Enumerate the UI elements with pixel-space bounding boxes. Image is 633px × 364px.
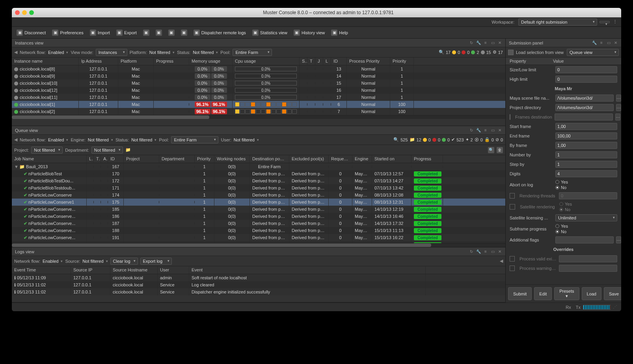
inst-col[interactable]: ID [331, 58, 347, 65]
proc-warn-check[interactable] [510, 266, 515, 271]
size-low-input[interactable] [555, 66, 617, 73]
abort-no-radio[interactable]: No [555, 185, 568, 190]
by-frame-input[interactable] [555, 142, 617, 149]
panel-close-icon[interactable]: ✕ [497, 41, 502, 45]
inst-h-scrollbar[interactable] [12, 115, 505, 119]
inst-col[interactable]: S [300, 58, 307, 65]
frames-dest-check[interactable] [510, 114, 510, 120]
folder-icon[interactable]: 📁 [125, 147, 131, 152]
table-row[interactable]: cicciobook.local[8]127.0.0.1Mac0.0%0.0%0… [12, 65, 505, 72]
workspace-select[interactable]: Default right submission [518, 19, 597, 26]
trash-icon[interactable]: 🗑 [497, 147, 503, 153]
toolbar-help[interactable]: ▣Help [329, 28, 350, 37]
toolbar-icon[interactable]: ▣ [153, 28, 164, 37]
inst-nf-value[interactable]: Enabled [48, 50, 64, 55]
table-row[interactable]: ✔ nParticleLowConserve...19110(0)Derived… [12, 234, 505, 241]
toolbar-icon[interactable]: ▣ [141, 28, 152, 37]
table-row[interactable]: ℹ 05/12/13 11:09127.0.0.1cicciobook.loca… [12, 274, 505, 281]
inst-st-value[interactable]: Not filtered [193, 50, 214, 55]
scene-file-input[interactable] [555, 95, 614, 102]
save-button[interactable]: Save [604, 287, 621, 300]
table-row[interactable]: cicciobook.local[11]127.0.0.1Mac0.0%0.0%… [12, 94, 505, 101]
toolbar-export[interactable]: ▣Export [114, 28, 139, 37]
inst-col[interactable]: Ip Address [79, 58, 118, 65]
submit-button[interactable]: Submit [508, 287, 532, 300]
table-row[interactable]: ✔ nParticleLowConserve17410(0)Derived fr… [12, 191, 505, 199]
table-row[interactable]: ✔ nParticleLowConserve...18710(0)Derived… [12, 220, 505, 227]
table-row[interactable]: ✔ nParticleBlobTest17010(0)Derived from … [12, 170, 505, 177]
workspace-caret[interactable] [599, 21, 610, 23]
table-row[interactable]: cicciobook.local[2]127.0.0.1Mac96.1%96.1… [12, 108, 505, 115]
panel-wrench-icon[interactable]: 🔧 [476, 41, 481, 45]
project-dir-input[interactable] [555, 104, 614, 111]
table-row[interactable]: ℹ 05/12/13 11:02127.0.0.1cicciobook.loca… [12, 281, 505, 288]
nav-prev-icon[interactable]: ◀ [14, 50, 17, 55]
inst-col[interactable]: Priority [390, 58, 414, 65]
toolbar-statistics-view[interactable]: ▣Statistics view [250, 28, 290, 37]
end-frame-input[interactable] [555, 132, 617, 139]
resize-grip-icon[interactable]: ⋰ [613, 305, 617, 310]
projdir-browse-button[interactable]: … [616, 104, 621, 111]
table-row[interactable]: ▼ 📁 Bauli_201316710(0)Entire Farm [12, 163, 505, 170]
table-row[interactable]: ✔ nParticleLowConserve...18610(0)Derived… [12, 213, 505, 220]
toolbar-dispatcher-remote-logs[interactable]: ▣Dispatcher remote logs [191, 28, 248, 37]
inst-col[interactable]: L [323, 58, 331, 65]
inst-pool-select[interactable]: Entire Farm [233, 49, 272, 56]
start-frame-input[interactable] [555, 123, 617, 130]
queue-h-scrollbar[interactable] [12, 243, 505, 247]
table-row[interactable]: ℹ 05/12/13 11:02127.0.0.1cicciobook.loca… [12, 288, 505, 295]
close-icon[interactable] [15, 10, 20, 15]
edit-button[interactable]: Edit [534, 287, 552, 300]
load-selection-select[interactable]: Queue view [567, 49, 619, 56]
panel-refresh-icon[interactable]: ↻ [469, 41, 474, 45]
table-row[interactable]: cicciobook.local[10]127.0.0.1Mac0.0%0.0%… [12, 80, 505, 87]
frames-dest-input[interactable] [555, 113, 613, 121]
proc-valid-check[interactable] [510, 256, 515, 262]
inst-col[interactable]: Platform [118, 58, 154, 65]
toolbar-import[interactable]: ▣Import [88, 28, 112, 37]
inst-pl-value[interactable]: Not filtered [149, 50, 170, 55]
number-by-input[interactable] [555, 151, 617, 158]
high-limit-input[interactable] [555, 76, 617, 83]
toolbar-preferences[interactable]: ▣Preferences [50, 28, 86, 37]
minimize-icon[interactable] [22, 10, 27, 15]
toolbar-disconnect[interactable]: ▣Disconnect [14, 28, 48, 37]
sat-licensing-select[interactable]: Unlimited [555, 214, 617, 221]
search-icon[interactable]: 🔍 [488, 147, 494, 153]
table-row[interactable]: cicciobook.local[1]127.0.0.1Mac96.1%96.1… [12, 101, 505, 108]
table-row[interactable]: cicciobook.local[12]127.0.0.1Mac0.0%0.0%… [12, 87, 505, 94]
table-row[interactable]: ✔ nParticleBlobTestDou...17210(0)Derived… [12, 177, 505, 184]
load-selection-check[interactable] [508, 50, 514, 55]
table-row[interactable]: ✔ nParticleLowConserve...18810(0)Derived… [12, 227, 505, 234]
satellite-check[interactable] [510, 204, 515, 210]
inst-vm-select[interactable]: Instances [96, 49, 127, 56]
inst-col[interactable]: Memory usage [189, 58, 233, 65]
presets-button[interactable]: Presets ▾ [554, 287, 579, 300]
inst-col[interactable]: Instance name [12, 58, 79, 65]
panel-list-icon[interactable]: ≡ [483, 41, 488, 45]
table-row[interactable]: ✔ nParticleLowConserve117510(0)Derived f… [12, 199, 505, 206]
maximize-icon[interactable] [29, 10, 34, 15]
scene-browse-button[interactable]: … [616, 95, 621, 102]
inst-col[interactable]: J [315, 58, 323, 65]
digits-input[interactable] [555, 170, 617, 177]
workspace-menu-icon[interactable]: ⋮ [612, 19, 618, 25]
subframe-yes-radio[interactable]: Yes [555, 224, 568, 228]
toolbar-icon[interactable]: ▣ [166, 28, 177, 37]
table-row[interactable]: ✔ nParticleLowConserve...18510(0)Derived… [12, 206, 505, 213]
clear-log-button[interactable]: Clear log [110, 258, 138, 265]
subframe-no-radio[interactable]: No [555, 229, 568, 234]
export-log-button[interactable]: Export log [140, 258, 172, 265]
additional-flags-input[interactable] [555, 236, 614, 243]
table-row[interactable]: cicciobook.local[9]127.0.0.1Mac0.0%0.0%0… [12, 72, 505, 80]
render-threads-input[interactable] [559, 192, 617, 199]
panel-collapse-icon[interactable]: ▭ [490, 41, 495, 45]
load-button[interactable]: Load [582, 287, 601, 300]
inst-col[interactable]: Cpu usage [233, 58, 300, 65]
inst-col[interactable]: Progress [154, 58, 189, 65]
step-by-input[interactable] [555, 161, 617, 168]
toolbar-icon[interactable]: ▣ [179, 28, 190, 37]
abort-yes-radio[interactable]: Yes [555, 180, 568, 184]
inst-col[interactable]: T [307, 58, 315, 65]
render-threads-check[interactable] [510, 193, 515, 199]
